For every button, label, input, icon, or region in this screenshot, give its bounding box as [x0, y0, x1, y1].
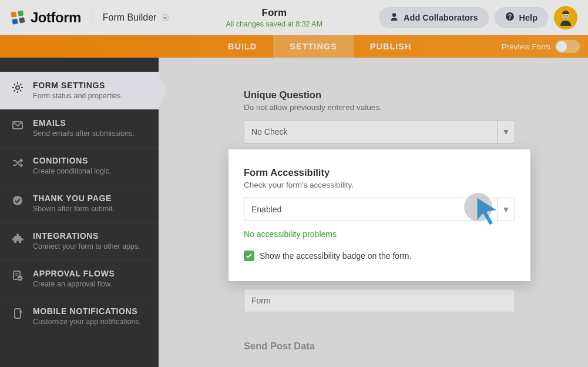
approval-icon [11, 269, 25, 282]
svg-line-16 [14, 84, 15, 85]
help-icon: ? [505, 12, 515, 23]
topbar: Jotform Form Builder Form All changes sa… [0, 0, 588, 35]
svg-point-4 [162, 14, 169, 21]
logo-text: Jotform [31, 9, 81, 26]
mobile-icon [11, 306, 25, 319]
sidebar-item-mobile-notifications[interactable]: MOBILE NOTIFICATIONS Customize your app … [0, 298, 159, 335]
svg-rect-2 [12, 18, 18, 24]
shuffle-icon [11, 156, 25, 169]
save-status: All changes saved at 8:32 AM [226, 20, 322, 28]
tab-settings[interactable]: SETTINGS [273, 35, 354, 58]
sidebar: FORM SETTINGS Form status and properties… [0, 58, 159, 367]
sidebar-item-label: APPROVAL FLOWS [33, 269, 115, 278]
add-collaborators-label: Add Collaborators [404, 13, 478, 22]
unique-question-select[interactable]: No Check ▼ [244, 120, 515, 144]
sidebar-item-label: MOBILE NOTIFICATIONS [33, 306, 141, 316]
sidebar-item-desc: Send emails after submissions. [33, 129, 135, 138]
gear-icon [11, 81, 25, 94]
sidebar-item-conditions[interactable]: CONDITIONS Create conditional logic. [0, 147, 159, 185]
app-label-text: Form Builder [103, 12, 157, 23]
accessibility-badge-label: Show the accessibility badge on the form… [260, 251, 411, 261]
sidebar-item-desc: Connect your form to other apps. [33, 242, 140, 251]
tab-publish[interactable]: PUBLISH [354, 35, 428, 58]
svg-rect-0 [11, 11, 16, 17]
svg-line-19 [20, 84, 21, 85]
svg-rect-24 [15, 309, 21, 318]
form-title: Form [262, 7, 287, 19]
user-icon [389, 12, 399, 23]
tab-build[interactable]: BUILD [211, 35, 273, 58]
sidebar-item-label: INTEGRATIONS [33, 231, 140, 241]
tabbar: BUILD SETTINGS PUBLISH Preview Form [0, 35, 588, 58]
sidebar-item-integrations[interactable]: INTEGRATIONS Connect your form to other … [0, 222, 159, 260]
sidebar-item-label: FORM SETTINGS [33, 81, 123, 90]
section-title: Form Accessibility [244, 167, 515, 178]
preview-toggle[interactable] [555, 40, 580, 53]
svg-line-18 [14, 90, 15, 91]
avatar[interactable] [554, 6, 577, 29]
section-desc: Check your form's accessibility. [244, 181, 515, 189]
sidebar-item-label: EMAILS [33, 118, 135, 128]
input-value: Form [251, 296, 271, 305]
svg-point-9 [564, 15, 565, 16]
puzzle-icon [11, 231, 25, 244]
section-title: Send Post Data [244, 341, 515, 352]
section-send-post: Send Post Data [229, 328, 530, 367]
mail-icon [11, 118, 25, 131]
sidebar-item-desc: Create conditional logic. [33, 167, 111, 175]
sidebar-item-desc: Create an approval flow. [33, 280, 115, 288]
svg-point-21 [13, 196, 22, 205]
sidebar-item-desc: Customize your app notifications. [33, 318, 141, 326]
sidebar-item-form-settings[interactable]: FORM SETTINGS Form status and properties… [0, 72, 159, 109]
sidebar-item-thankyou[interactable]: THANK YOU PAGE Shown after form submit. [0, 185, 159, 222]
section-desc: Do not allow previously entered values. [244, 103, 515, 112]
page-title-input[interactable]: Form [244, 289, 515, 312]
svg-line-17 [20, 90, 21, 91]
accessibility-badge-checkbox[interactable] [244, 251, 254, 261]
check-circle-icon [11, 193, 25, 206]
svg-text:?: ? [508, 13, 512, 20]
svg-point-11 [16, 86, 19, 89]
section-unique-question: Unique Question Do not allow previously … [229, 58, 530, 159]
select-value: No Check [251, 127, 287, 136]
chevron-down-icon: ▼ [497, 198, 515, 221]
svg-point-5 [392, 13, 396, 16]
sidebar-item-desc: Form status and properties. [33, 92, 123, 100]
svg-point-10 [567, 15, 568, 16]
sidebar-item-emails[interactable]: EMAILS Send emails after submissions. [0, 109, 159, 147]
help-button[interactable]: ? Help [495, 7, 548, 28]
logo-icon [11, 10, 26, 25]
top-buttons: Add Collaborators ? Help [379, 6, 577, 29]
chevron-down-icon [161, 14, 169, 22]
section-title: Unique Question [244, 89, 515, 101]
chevron-down-icon: ▼ [497, 121, 515, 143]
divider [92, 9, 92, 26]
sidebar-item-approval-flows[interactable]: APPROVAL FLOWS Create an approval flow. [0, 260, 159, 298]
select-value: Enabled [251, 205, 281, 214]
svg-rect-1 [18, 10, 23, 16]
preview-toggle-wrap: Preview Form [502, 35, 580, 58]
accessibility-status: No accessibility problems [244, 229, 515, 239]
preview-label: Preview Form [502, 42, 550, 51]
accessibility-select[interactable]: Enabled ▼ [244, 198, 515, 221]
title-block: Form All changes saved at 8:32 AM [180, 7, 368, 28]
sidebar-item-label: CONDITIONS [33, 156, 111, 165]
help-label: Help [519, 13, 537, 22]
app-label[interactable]: Form Builder [103, 12, 170, 23]
accessibility-badge-row: Show the accessibility badge on the form… [244, 251, 515, 261]
logo[interactable]: Jotform [11, 9, 81, 26]
sidebar-item-label: THANK YOU PAGE [33, 193, 115, 203]
svg-rect-3 [19, 17, 25, 23]
sidebar-item-desc: Shown after form submit. [33, 205, 115, 213]
section-accessibility: Form Accessibility Check your form's acc… [229, 149, 530, 281]
add-collaborators-button[interactable]: Add Collaborators [379, 7, 488, 28]
